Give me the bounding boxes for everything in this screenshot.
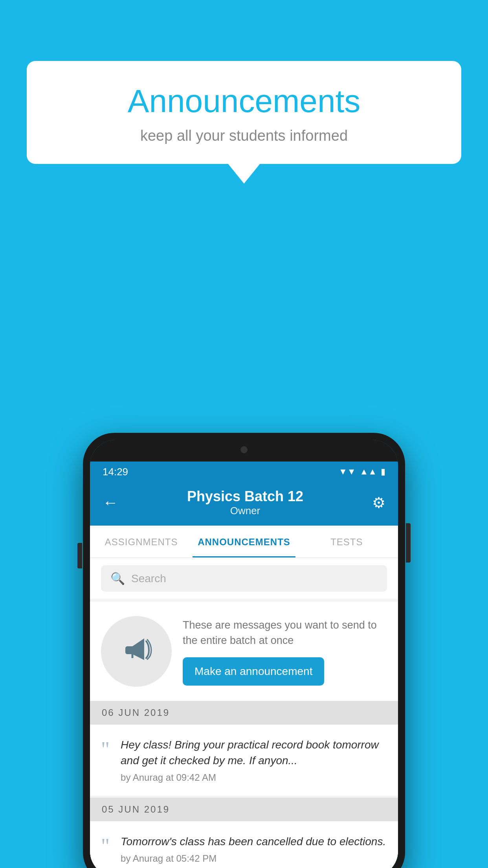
status-bar: 14:29 ▼▼ ▲▲ ▮: [90, 462, 398, 481]
quote-icon-1: ": [101, 739, 110, 760]
app-content: 🔍 Search: [90, 558, 398, 868]
notch-bar: [90, 440, 398, 462]
search-icon: 🔍: [110, 572, 125, 585]
announcement-promo: These are messages you want to send to t…: [90, 602, 398, 701]
megaphone-icon: [121, 633, 152, 670]
phone-outer: 14:29 ▼▼ ▲▲ ▮ ← Physics Batch 12 Owner ⚙…: [83, 433, 405, 868]
announcement-text-2: Tomorrow's class has been cancelled due …: [121, 834, 387, 849]
back-button[interactable]: ←: [103, 494, 118, 511]
battery-icon: ▮: [381, 467, 385, 477]
bubble-title: Announcements: [50, 83, 438, 120]
announcement-meta-1: by Anurag at 09:42 AM: [121, 772, 387, 783]
wifi-icon: ▼▼: [339, 467, 356, 477]
announcement-text-block-2: Tomorrow's class has been cancelled due …: [121, 834, 387, 864]
header-title-block: Physics Batch 12 Owner: [187, 488, 303, 517]
tab-announcements[interactable]: ANNOUNCEMENTS: [193, 526, 295, 557]
app-header: ← Physics Batch 12 Owner ⚙: [90, 481, 398, 526]
search-bar: 🔍 Search: [90, 558, 398, 599]
tabs-bar: ASSIGNMENTS ANNOUNCEMENTS TESTS: [90, 526, 398, 558]
signal-icon: ▲▲: [360, 467, 377, 477]
speech-bubble-container: Announcements keep all your students inf…: [27, 61, 461, 164]
announcement-item-2[interactable]: " Tomorrow's class has been cancelled du…: [90, 821, 398, 868]
promo-content: These are messages you want to send to t…: [183, 618, 387, 685]
announcement-meta-2: by Anurag at 05:42 PM: [121, 853, 387, 864]
bubble-arrow: [227, 163, 261, 184]
speech-bubble: Announcements keep all your students inf…: [27, 61, 461, 164]
announcement-text-block-1: Hey class! Bring your practical record b…: [121, 737, 387, 783]
promo-description: These are messages you want to send to t…: [183, 618, 387, 648]
camera-dot: [240, 446, 248, 453]
announcement-text-1: Hey class! Bring your practical record b…: [121, 737, 387, 768]
phone-inner: 14:29 ▼▼ ▲▲ ▮ ← Physics Batch 12 Owner ⚙…: [90, 440, 398, 868]
batch-subtitle: Owner: [187, 505, 303, 517]
announcement-item-1[interactable]: " Hey class! Bring your practical record…: [90, 725, 398, 796]
date-separator-1: 06 JUN 2019: [90, 701, 398, 725]
date-separator-2: 05 JUN 2019: [90, 798, 398, 821]
settings-icon[interactable]: ⚙: [372, 494, 385, 511]
quote-icon-2: ": [101, 835, 110, 857]
status-time: 14:29: [103, 466, 128, 478]
search-input-wrapper[interactable]: 🔍 Search: [101, 565, 387, 592]
tab-tests[interactable]: TESTS: [295, 526, 398, 557]
bubble-subtitle: keep all your students informed: [50, 127, 438, 144]
tab-assignments[interactable]: ASSIGNMENTS: [90, 526, 193, 557]
search-placeholder-text: Search: [131, 572, 166, 585]
status-icons: ▼▼ ▲▲ ▮: [339, 467, 385, 477]
batch-title: Physics Batch 12: [187, 488, 303, 505]
phone-wrapper: 14:29 ▼▼ ▲▲ ▮ ← Physics Batch 12 Owner ⚙…: [83, 433, 405, 868]
promo-icon-circle: [101, 616, 172, 687]
make-announcement-button[interactable]: Make an announcement: [183, 657, 324, 686]
